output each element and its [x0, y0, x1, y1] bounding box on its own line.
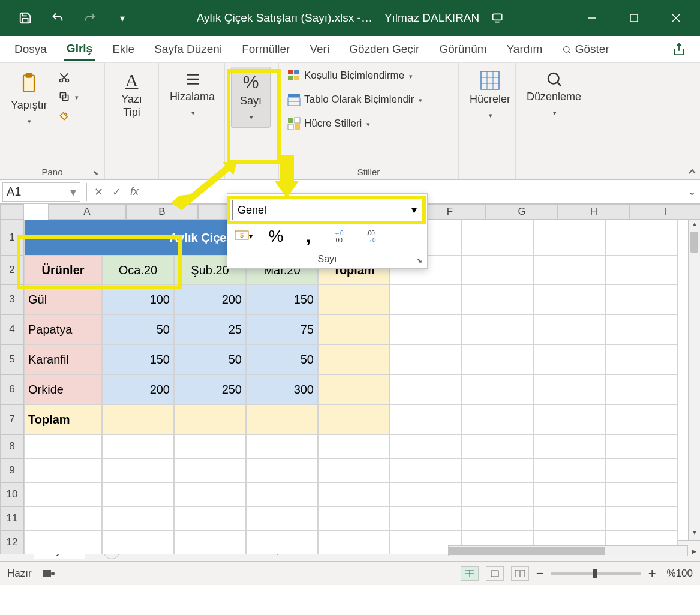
cell[interactable]: [534, 220, 606, 256]
cell[interactable]: [390, 404, 462, 434]
cell[interactable]: [462, 374, 534, 404]
row-header[interactable]: 2: [0, 256, 24, 284]
cell[interactable]: [174, 404, 246, 434]
cell[interactable]: [174, 506, 246, 530]
cell[interactable]: [174, 458, 246, 482]
cell[interactable]: 25: [174, 314, 246, 344]
row-header[interactable]: 4: [0, 314, 24, 344]
page-break-view-button[interactable]: [511, 566, 529, 581]
cell[interactable]: [462, 344, 534, 374]
cell[interactable]: 150: [246, 284, 318, 314]
percent-format-button[interactable]: %: [267, 227, 285, 245]
cancel-formula-icon[interactable]: ✕: [89, 185, 107, 199]
cell[interactable]: [462, 314, 534, 344]
row-header[interactable]: 7: [0, 404, 24, 434]
save-icon[interactable]: [18, 11, 32, 25]
cell[interactable]: 75: [246, 314, 318, 344]
column-header[interactable]: I: [630, 204, 700, 220]
cell[interactable]: [390, 458, 462, 482]
cell[interactable]: [246, 458, 318, 482]
cell[interactable]: [174, 434, 246, 458]
tab-home[interactable]: Giriş: [64, 38, 95, 61]
cell[interactable]: [462, 458, 534, 482]
cell[interactable]: Papatya: [24, 314, 102, 344]
enter-formula-icon[interactable]: ✓: [107, 185, 125, 199]
cells-group-button[interactable]: Hücreler: [465, 67, 515, 124]
cell[interactable]: [102, 530, 174, 554]
cell[interactable]: [606, 314, 678, 344]
cell[interactable]: 300: [246, 374, 318, 404]
cell[interactable]: [390, 284, 462, 314]
row-header[interactable]: 5: [0, 344, 24, 374]
tab-tellme[interactable]: Göster: [560, 39, 611, 59]
cell[interactable]: [246, 482, 318, 506]
cell[interactable]: [462, 256, 534, 284]
cell[interactable]: [318, 482, 390, 506]
page-layout-view-button[interactable]: [486, 566, 504, 581]
cell[interactable]: 50: [174, 344, 246, 374]
increase-decimal-button[interactable]: ←0.00: [332, 227, 350, 245]
conditional-formatting-button[interactable]: Koşullu Biçimlendirme: [285, 68, 425, 83]
cell[interactable]: [534, 374, 606, 404]
cell[interactable]: [390, 344, 462, 374]
cell[interactable]: [534, 284, 606, 314]
cell[interactable]: [318, 404, 390, 434]
row-header[interactable]: 9: [0, 458, 24, 482]
cell[interactable]: Oca.20: [102, 256, 174, 284]
row-header[interactable]: 1: [0, 220, 24, 256]
copy-button[interactable]: [56, 89, 81, 104]
cell[interactable]: [462, 404, 534, 434]
cell[interactable]: [606, 434, 678, 458]
cell[interactable]: [606, 256, 678, 284]
name-box[interactable]: A1 ▾: [2, 182, 80, 202]
cell[interactable]: [534, 344, 606, 374]
cell[interactable]: 200: [102, 374, 174, 404]
cell[interactable]: [318, 374, 390, 404]
cell[interactable]: Toplam: [24, 404, 102, 434]
cell[interactable]: [102, 404, 174, 434]
cell[interactable]: [246, 506, 318, 530]
accounting-format-button[interactable]: $▾: [235, 227, 253, 245]
select-all-corner[interactable]: [0, 204, 24, 220]
scroll-up-icon[interactable]: ▴: [689, 220, 700, 232]
redo-icon[interactable]: [83, 11, 97, 25]
cell[interactable]: [606, 374, 678, 404]
cell[interactable]: [24, 482, 102, 506]
maximize-button[interactable]: [622, 6, 646, 30]
cell[interactable]: [390, 482, 462, 506]
scroll-right-icon[interactable]: ▸: [688, 545, 700, 557]
cell[interactable]: [24, 530, 102, 554]
cut-button[interactable]: [56, 70, 81, 85]
cell[interactable]: [102, 482, 174, 506]
tab-file[interactable]: Dosya: [12, 39, 49, 59]
cell[interactable]: [24, 434, 102, 458]
row-header[interactable]: 6: [0, 374, 24, 404]
row-header[interactable]: 8: [0, 434, 24, 458]
cell[interactable]: [606, 506, 678, 530]
cell[interactable]: [246, 434, 318, 458]
cell[interactable]: [534, 314, 606, 344]
zoom-level[interactable]: %100: [667, 568, 693, 580]
cell[interactable]: [246, 530, 318, 554]
cell[interactable]: [246, 404, 318, 434]
insert-function-icon[interactable]: fx: [125, 185, 143, 198]
expand-formula-bar-icon[interactable]: ⌄: [686, 186, 698, 197]
cell[interactable]: [318, 506, 390, 530]
cell-styles-button[interactable]: Hücre Stilleri: [285, 116, 425, 131]
row-header[interactable]: 10: [0, 482, 24, 506]
close-button[interactable]: [664, 6, 688, 30]
cell[interactable]: [24, 458, 102, 482]
cell[interactable]: [606, 284, 678, 314]
cell[interactable]: [390, 314, 462, 344]
horizontal-scrollbar[interactable]: ◂ ▸: [436, 545, 700, 557]
undo-icon[interactable]: [50, 11, 65, 25]
cell[interactable]: [462, 506, 534, 530]
cell[interactable]: [318, 434, 390, 458]
cell[interactable]: [390, 506, 462, 530]
row-header[interactable]: 12: [0, 530, 24, 554]
dialog-launcher-icon[interactable]: ⬊: [93, 169, 98, 177]
cell[interactable]: [318, 530, 390, 554]
scroll-thumb[interactable]: [449, 547, 605, 555]
tab-pagelayout[interactable]: Sayfa Düzeni: [152, 39, 224, 59]
cell[interactable]: 50: [102, 314, 174, 344]
